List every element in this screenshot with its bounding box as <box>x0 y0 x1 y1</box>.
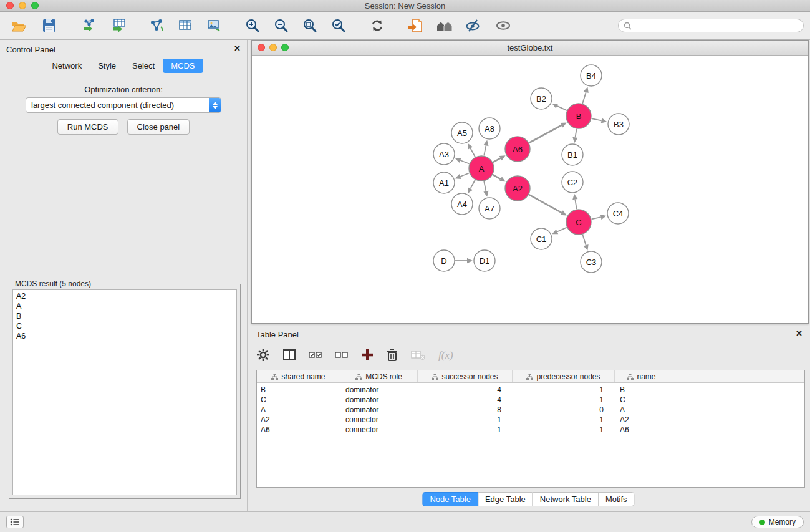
create-column-button[interactable] <box>361 349 374 363</box>
run-mcds-button[interactable]: Run MCDS <box>57 119 118 135</box>
optimization-criterion-dropdown[interactable]: largest connected component (directed) <box>26 97 221 113</box>
edge-C-C1[interactable] <box>552 228 567 235</box>
column-header-MCDS-role[interactable]: MCDS role <box>340 370 418 382</box>
close-panel-button[interactable]: Close panel <box>127 119 190 135</box>
show-hide-button[interactable] <box>493 15 514 36</box>
table-cell[interactable]: 1 <box>513 385 615 394</box>
float-panel-icon[interactable] <box>223 46 228 51</box>
unselect-all-columns-button[interactable] <box>335 351 349 361</box>
table-cell[interactable]: dominator <box>340 405 418 414</box>
tab-motifs[interactable]: Motifs <box>598 492 635 506</box>
table-cell[interactable]: A2 <box>257 415 340 424</box>
close-table-panel-icon[interactable]: ✕ <box>796 330 803 337</box>
node-B[interactable]: B <box>566 104 591 128</box>
edge-B-B1[interactable] <box>572 129 577 143</box>
table-cell[interactable]: connector <box>340 415 418 424</box>
memory-button[interactable]: Memory <box>751 516 804 528</box>
float-table-panel-icon[interactable] <box>784 331 789 336</box>
edge-B-B2[interactable] <box>552 104 567 110</box>
table-cell[interactable]: 0 <box>513 405 615 414</box>
column-header-name[interactable]: name <box>615 370 668 382</box>
table-row[interactable]: Bdominator41B <box>257 385 804 395</box>
table-row[interactable]: Adominator80A <box>257 405 804 415</box>
edge-A-A3[interactable] <box>455 158 470 163</box>
node-A[interactable]: A <box>469 156 494 181</box>
new-table-button[interactable] <box>175 15 196 36</box>
node-A2[interactable]: A2 <box>505 176 530 201</box>
minimize-network-window-button[interactable] <box>269 44 277 51</box>
node-C2[interactable]: C2 <box>562 172 583 193</box>
zoom-network-window-button[interactable] <box>281 44 289 51</box>
node-A4[interactable]: A4 <box>451 193 473 215</box>
home-button[interactable] <box>434 15 455 36</box>
table-cell[interactable]: dominator <box>340 385 418 394</box>
node-C[interactable]: C <box>566 210 591 235</box>
result-item[interactable]: A <box>13 301 236 311</box>
edge-C-C2[interactable] <box>572 194 577 209</box>
table-row[interactable]: Cdominator41C <box>257 395 804 405</box>
fullscreen-window-button[interactable] <box>31 2 39 9</box>
table-row[interactable]: A6connector11A6 <box>257 425 804 435</box>
result-item[interactable]: C <box>13 321 236 331</box>
network-window-titlebar[interactable]: testGlobe.txt <box>252 41 808 56</box>
node-C3[interactable]: C3 <box>581 251 602 273</box>
edge-A-A7[interactable] <box>483 181 488 197</box>
select-all-columns-button[interactable] <box>309 351 322 361</box>
toggle-graphics-details-button[interactable] <box>463 15 484 36</box>
node-C1[interactable]: C1 <box>531 228 552 249</box>
table-cell[interactable]: 1 <box>513 395 615 404</box>
export-image-button[interactable] <box>203 15 224 36</box>
table-cell[interactable]: 1 <box>418 425 513 434</box>
zoom-selected-button[interactable] <box>328 15 349 36</box>
node-A1[interactable]: A1 <box>433 172 455 193</box>
table-cell[interactable]: 1 <box>513 415 615 424</box>
node-D1[interactable]: D1 <box>474 250 495 271</box>
result-item[interactable]: B <box>13 311 236 321</box>
save-session-button[interactable] <box>39 15 60 36</box>
close-panel-icon[interactable]: ✕ <box>234 45 241 52</box>
zoom-fit-button[interactable] <box>299 15 321 36</box>
table-cell[interactable]: A6 <box>257 425 340 434</box>
zoom-out-button[interactable] <box>271 15 292 36</box>
column-header-shared-name[interactable]: shared name <box>257 370 340 382</box>
node-D[interactable]: D <box>433 250 455 271</box>
table-cell[interactable]: A <box>615 405 668 414</box>
node-A8[interactable]: A8 <box>479 118 500 139</box>
table-cell[interactable]: 4 <box>418 395 513 404</box>
edge-C-C3[interactable] <box>582 235 588 251</box>
edge-A-A2[interactable] <box>493 175 505 181</box>
close-window-button[interactable] <box>6 2 14 9</box>
edge-A-A8[interactable] <box>483 140 488 156</box>
table-cell[interactable]: 1 <box>418 415 513 424</box>
tab-select[interactable]: Select <box>124 59 163 73</box>
import-network-button[interactable] <box>79 15 100 36</box>
search-box[interactable] <box>618 19 804 32</box>
node-B2[interactable]: B2 <box>531 88 552 109</box>
result-item[interactable]: A6 <box>13 331 236 341</box>
table-cell[interactable]: 1 <box>513 425 615 434</box>
table-cell[interactable]: 8 <box>418 405 513 414</box>
result-item[interactable]: A2 <box>13 291 236 301</box>
mcds-result-list[interactable]: A2ABCA6 <box>12 289 237 495</box>
table-row[interactable]: A2connector11A2 <box>257 415 804 425</box>
tab-mcds[interactable]: MCDS <box>163 59 203 73</box>
search-input[interactable] <box>635 21 798 30</box>
table-cell[interactable]: dominator <box>340 395 418 404</box>
open-file-button[interactable] <box>405 15 427 36</box>
open-session-button[interactable] <box>9 15 30 36</box>
table-settings-button[interactable] <box>256 348 270 364</box>
node-C4[interactable]: C4 <box>607 203 629 224</box>
node-A6[interactable]: A6 <box>505 137 530 162</box>
table-cell[interactable]: A6 <box>615 425 668 434</box>
new-network-button[interactable] <box>146 15 167 36</box>
tab-network[interactable]: Network <box>44 59 90 73</box>
edge-A-A4[interactable] <box>468 180 475 193</box>
table-cell[interactable]: 4 <box>418 385 513 394</box>
tab-network-table[interactable]: Network Table <box>533 492 599 506</box>
edge-B-B4[interactable] <box>582 87 589 104</box>
table-cell[interactable]: connector <box>340 425 418 434</box>
edge-D-D1[interactable] <box>455 258 473 263</box>
edge-A-A1[interactable] <box>455 173 470 179</box>
edge-A-A6[interactable] <box>493 155 506 162</box>
table-cell[interactable]: C <box>257 395 340 404</box>
